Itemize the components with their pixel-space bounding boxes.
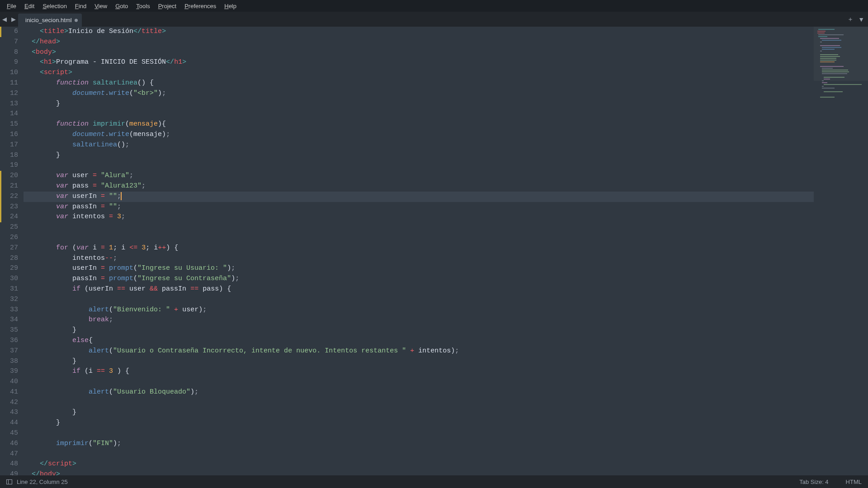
line-number[interactable]: 40: [0, 377, 18, 387]
code-line[interactable]: }: [24, 357, 814, 367]
line-number[interactable]: 29: [0, 263, 18, 274]
tab-dropdown-icon[interactable]: ▼: [858, 16, 864, 23]
code-line[interactable]: <body>: [24, 47, 814, 58]
cursor-position[interactable]: Line 22, Column 25: [17, 479, 68, 485]
line-number[interactable]: 32: [0, 295, 18, 305]
code-line[interactable]: <title>Inicio de Sesión</title>: [24, 27, 814, 37]
code-line[interactable]: var pass = "Alura123";: [24, 181, 814, 192]
code-line[interactable]: var intentos = 3;: [24, 212, 814, 222]
code-line[interactable]: }: [24, 408, 814, 418]
line-number[interactable]: 43: [0, 408, 18, 418]
code-line[interactable]: if (i == 3 ) {: [24, 366, 814, 377]
code-area[interactable]: <title>Inicio de Sesión</title> </head> …: [24, 27, 814, 475]
line-number[interactable]: 11: [0, 78, 18, 89]
code-line[interactable]: }: [24, 325, 814, 336]
code-line[interactable]: if (userIn == user && passIn == pass) {: [24, 284, 814, 295]
code-line[interactable]: }: [24, 418, 814, 428]
line-number[interactable]: 30: [0, 274, 18, 284]
code-line[interactable]: </script>: [24, 459, 814, 469]
code-line[interactable]: <h1>Programa - INICIO DE SESIÓN</h1>: [24, 57, 814, 68]
code-line[interactable]: function imprimir(mensaje){: [24, 119, 814, 130]
code-line[interactable]: function saltarLinea() {: [24, 78, 814, 89]
panel-toggle-icon[interactable]: [6, 479, 12, 484]
menu-file[interactable]: File: [3, 3, 20, 9]
minimap[interactable]: [814, 27, 868, 475]
code-line[interactable]: [24, 377, 814, 387]
line-number[interactable]: 41: [0, 387, 18, 398]
line-number[interactable]: 26: [0, 233, 18, 243]
line-number[interactable]: 21: [0, 181, 18, 192]
code-line[interactable]: </head>: [24, 37, 814, 47]
line-number[interactable]: 20: [0, 171, 18, 181]
line-number[interactable]: 16: [0, 130, 18, 140]
code-line[interactable]: userIn = prompt("Ingrese su Usuario: ");: [24, 263, 814, 274]
code-line[interactable]: else{: [24, 336, 814, 346]
code-line[interactable]: break;: [24, 315, 814, 325]
nav-back-icon[interactable]: ◀: [0, 12, 9, 27]
code-line[interactable]: [24, 222, 814, 233]
menu-help[interactable]: Help: [220, 3, 241, 9]
line-number[interactable]: 9: [0, 57, 18, 68]
line-number[interactable]: 47: [0, 449, 18, 460]
line-number[interactable]: 46: [0, 439, 18, 449]
code-line[interactable]: document.write(mensaje);: [24, 130, 814, 140]
new-tab-icon[interactable]: ＋: [847, 15, 854, 23]
menu-view[interactable]: View: [90, 3, 111, 9]
menu-tools[interactable]: Tools: [132, 3, 154, 9]
line-number[interactable]: 33: [0, 305, 18, 315]
code-line[interactable]: }: [24, 99, 814, 109]
code-line[interactable]: intentos--;: [24, 253, 814, 264]
line-number[interactable]: 10: [0, 68, 18, 78]
code-line[interactable]: var user = "Alura";: [24, 171, 814, 181]
code-line[interactable]: alert("Usuario Bloqueado");: [24, 387, 814, 398]
file-tab[interactable]: inicio_secion.html: [18, 14, 82, 27]
line-number[interactable]: 6: [0, 27, 18, 37]
line-number[interactable]: 24: [0, 212, 18, 222]
code-line[interactable]: [24, 398, 814, 408]
tab-size[interactable]: Tab Size: 4: [799, 479, 828, 485]
line-number-gutter[interactable]: 6789101112131415161718192021222324252627…: [0, 27, 24, 475]
line-number[interactable]: 8: [0, 47, 18, 58]
line-number[interactable]: 37: [0, 346, 18, 357]
line-number[interactable]: 28: [0, 253, 18, 264]
code-line[interactable]: passIn = prompt("Ingrese su Contraseña")…: [24, 274, 814, 284]
line-number[interactable]: 48: [0, 459, 18, 469]
menu-preferences[interactable]: Preferences: [180, 3, 220, 9]
menu-project[interactable]: Project: [154, 3, 180, 9]
line-number[interactable]: 22: [0, 192, 18, 202]
line-number[interactable]: 17: [0, 140, 18, 150]
line-number[interactable]: 35: [0, 325, 18, 336]
syntax-language[interactable]: HTML: [846, 479, 862, 485]
code-line[interactable]: for (var i = 1; i <= 3; i++) {: [24, 243, 814, 253]
line-number[interactable]: 44: [0, 418, 18, 428]
code-line[interactable]: [24, 160, 814, 171]
line-number[interactable]: 31: [0, 284, 18, 295]
code-line[interactable]: }: [24, 150, 814, 161]
code-line[interactable]: [24, 109, 814, 119]
code-line[interactable]: alert("Bienvenido: " + user);: [24, 305, 814, 315]
code-line[interactable]: document.write("<br>");: [24, 89, 814, 99]
line-number[interactable]: 42: [0, 398, 18, 408]
line-number[interactable]: 38: [0, 357, 18, 367]
code-line[interactable]: var passIn = "";: [24, 202, 814, 212]
code-line[interactable]: [24, 449, 814, 460]
menu-find[interactable]: Find: [71, 3, 90, 9]
code-line[interactable]: [24, 295, 814, 305]
line-number[interactable]: 45: [0, 428, 18, 439]
line-number[interactable]: 14: [0, 109, 18, 119]
line-number[interactable]: 19: [0, 160, 18, 171]
code-line[interactable]: [24, 428, 814, 439]
nav-forward-icon[interactable]: ▶: [9, 12, 18, 27]
line-number[interactable]: 25: [0, 222, 18, 233]
menu-goto[interactable]: Goto: [111, 3, 132, 9]
menu-selection[interactable]: Selection: [38, 3, 71, 9]
code-line[interactable]: var userIn = "";: [24, 192, 814, 202]
code-line[interactable]: imprimir("FIN");: [24, 439, 814, 449]
line-number[interactable]: 7: [0, 37, 18, 47]
line-number[interactable]: 13: [0, 99, 18, 109]
code-line[interactable]: [24, 233, 814, 243]
line-number[interactable]: 12: [0, 89, 18, 99]
line-number[interactable]: 27: [0, 243, 18, 253]
line-number[interactable]: 18: [0, 150, 18, 161]
line-number[interactable]: 36: [0, 336, 18, 346]
